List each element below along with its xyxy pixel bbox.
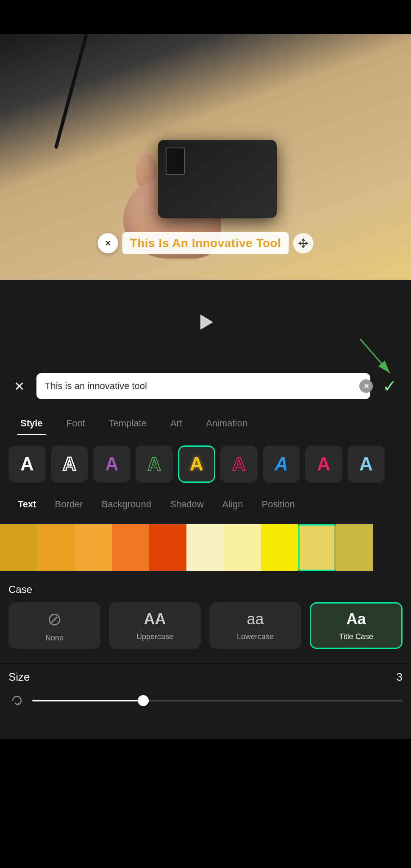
device-screen (166, 147, 185, 175)
color-swatch-7[interactable] (224, 524, 261, 571)
style-item-purple[interactable]: A (93, 445, 131, 483)
size-value: 3 (397, 670, 403, 684)
sub-tab-background[interactable]: Background (92, 493, 161, 516)
style-grid: A A A A A A A A A (0, 435, 411, 493)
tab-animation[interactable]: Animation (194, 412, 259, 435)
play-button[interactable] (193, 309, 218, 335)
video-preview: × This Is An Innovative Tool (0, 34, 411, 280)
slider-thumb[interactable] (138, 695, 149, 706)
style-letter-pink-outline: A (232, 453, 246, 475)
color-swatch-1[interactable] (0, 524, 37, 571)
input-row: ✕ ✕ ✓ (0, 364, 411, 408)
style-letter-blue: A (275, 453, 288, 475)
case-options: ⊘ None AA Uppercase aa Lowercase Aa Titl… (0, 602, 411, 662)
case-none-icon: ⊘ (47, 609, 62, 629)
sub-tabs: Text Border Background Shadow Align Posi… (0, 493, 411, 516)
color-swatch-6[interactable] (186, 524, 224, 571)
tab-font[interactable]: Font (55, 412, 97, 435)
sub-tab-border[interactable]: Border (46, 493, 92, 516)
case-titlecase-label: Title Case (339, 632, 373, 641)
color-swatch-8[interactable] (261, 524, 298, 571)
slider-fill (32, 700, 143, 701)
case-section-label: Case (0, 579, 411, 602)
input-clear-button[interactable]: ✕ (359, 379, 373, 393)
case-uppercase-icon: AA (144, 610, 166, 628)
caption-text[interactable]: This Is An Innovative Tool (122, 232, 289, 254)
color-swatch-9[interactable] (298, 524, 336, 571)
sub-tab-position[interactable]: Position (253, 493, 304, 516)
move-icon (297, 237, 309, 249)
case-none-label: None (45, 634, 64, 643)
clear-icon: ✕ (364, 382, 369, 390)
size-label: Size (8, 670, 30, 684)
text-input[interactable] (36, 373, 370, 399)
case-none[interactable]: ⊘ None (8, 602, 100, 649)
size-row: Size 3 (0, 662, 411, 688)
slider-icon (8, 692, 25, 709)
tab-template[interactable]: Template (97, 412, 158, 435)
delete-icon: × (105, 238, 111, 249)
color-swatch-5[interactable] (149, 524, 186, 571)
text-overlay: × This Is An Innovative Tool (98, 232, 314, 254)
playback-area (0, 280, 411, 364)
style-item-pink-outline[interactable]: A (220, 445, 258, 483)
style-item-sky[interactable]: A (347, 445, 385, 483)
style-letter-pink: A (317, 453, 330, 475)
case-lowercase-label: Lowercase (237, 632, 274, 641)
style-item-yellow[interactable]: A (178, 445, 215, 483)
color-palette (0, 516, 411, 579)
device-decoration (158, 140, 277, 218)
case-lowercase[interactable]: aa Lowercase (209, 602, 301, 649)
tab-art[interactable]: Art (158, 412, 194, 435)
rotate-icon (9, 693, 25, 708)
text-move-button[interactable] (293, 233, 313, 253)
top-bar (0, 0, 411, 34)
style-item-normal[interactable]: A (8, 445, 46, 483)
style-item-pink[interactable]: A (305, 445, 342, 483)
play-icon (200, 314, 213, 330)
text-delete-button[interactable]: × (98, 233, 118, 253)
sub-tab-shadow[interactable]: Shadow (161, 493, 213, 516)
style-item-blue[interactable]: A (263, 445, 300, 483)
case-titlecase-icon: Aa (346, 610, 366, 628)
style-letter-outline: A (63, 453, 76, 475)
bottom-panel: ✕ ✕ ✓ Style Font Template Art Animation … (0, 364, 411, 739)
style-letter-yellow: A (190, 453, 203, 475)
style-letter-sky: A (359, 453, 373, 475)
confirm-button[interactable]: ✓ (377, 373, 403, 399)
cancel-button[interactable]: ✕ (8, 376, 30, 397)
close-icon: ✕ (14, 379, 25, 394)
case-titlecase[interactable]: Aa Title Case (310, 602, 403, 649)
style-letter-normal: A (20, 453, 34, 475)
color-swatch-10[interactable] (336, 524, 373, 571)
color-swatch-2[interactable] (37, 524, 75, 571)
style-letter-green: A (147, 453, 161, 475)
case-lowercase-icon: aa (247, 610, 264, 628)
slider-row (0, 688, 411, 713)
style-item-green[interactable]: A (136, 445, 173, 483)
sub-tab-text[interactable]: Text (8, 493, 46, 516)
tab-style[interactable]: Style (8, 412, 55, 435)
case-uppercase-label: Uppercase (136, 632, 173, 641)
main-tabs: Style Font Template Art Animation (0, 408, 411, 435)
color-swatch-3[interactable] (75, 524, 112, 571)
size-slider[interactable] (32, 700, 403, 701)
style-letter-purple: A (105, 453, 119, 475)
case-uppercase[interactable]: AA Uppercase (109, 602, 201, 649)
sub-tab-align[interactable]: Align (213, 493, 253, 516)
color-swatch-4[interactable] (112, 524, 149, 571)
check-icon: ✓ (383, 376, 397, 396)
style-item-outline[interactable]: A (51, 445, 88, 483)
